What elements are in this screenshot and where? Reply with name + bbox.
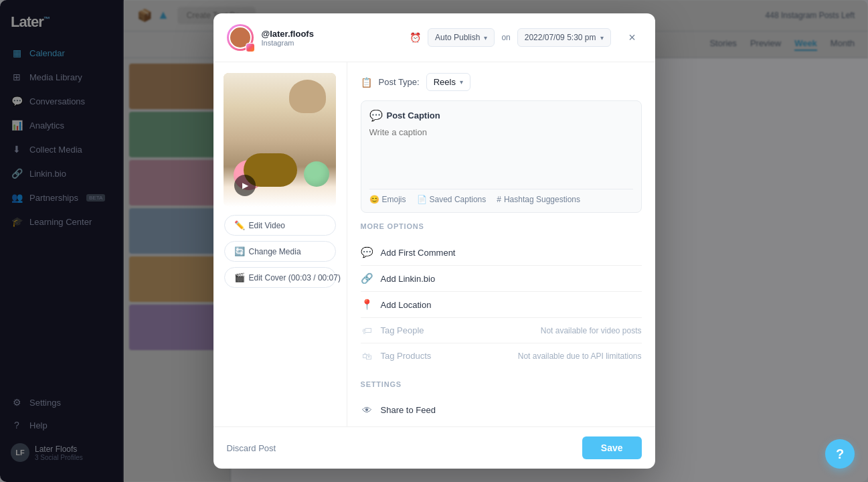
close-button[interactable]: ×: [623, 28, 642, 47]
publish-type-label: Auto Publish: [435, 33, 480, 42]
tag-products-note: Not available due to API limitations: [518, 351, 642, 361]
instagram-badge: [246, 43, 255, 52]
caption-header: 💬 Post Caption: [369, 109, 633, 122]
tag-people-note: Not available for video posts: [541, 326, 642, 335]
publish-type-select[interactable]: Auto Publish ▾: [428, 28, 495, 47]
publish-chevron-icon: ▾: [484, 34, 487, 42]
datetime-label: 2022/07/09 5:30 pm: [525, 33, 596, 42]
emojis-label: Emojis: [382, 195, 406, 204]
hashtag-suggestions-button[interactable]: # Hashtag Suggestions: [497, 195, 580, 204]
header-controls: ⏰ Auto Publish ▾ on 2022/07/09 5:30 pm ▾…: [410, 28, 642, 47]
more-options-label: MORE OPTIONS: [361, 222, 642, 230]
change-media-icon: 🔄: [234, 246, 245, 256]
hashtag-label: Hashtag Suggestions: [504, 195, 580, 204]
emojis-button[interactable]: 😊 Emojis: [369, 195, 406, 204]
ball-green: [304, 161, 329, 187]
tag-people-label: Tag People: [381, 325, 424, 335]
add-first-comment-label: Add First Comment: [381, 248, 456, 258]
add-location-row[interactable]: 📍 Add Location: [361, 292, 642, 318]
datetime-chevron-icon: ▾: [600, 34, 604, 42]
options-list: 💬 Add First Comment 🔗 Add Linkin.bio 📍 A…: [361, 240, 642, 368]
saved-captions-label: Saved Captions: [430, 195, 487, 204]
on-label: on: [501, 33, 510, 42]
add-linkin-bio-label: Add Linkin.bio: [381, 274, 436, 284]
edit-cover-icon: 🎬: [234, 272, 245, 283]
change-media-label: Change Media: [249, 247, 301, 256]
hashtag-icon: #: [497, 195, 501, 204]
discard-button[interactable]: Discard Post: [227, 443, 276, 453]
caption-title: Post Caption: [387, 110, 440, 120]
action-buttons: ✏️ Edit Video 🔄 Change Media 🎬 Edit Cove…: [224, 215, 336, 288]
share-to-feed-row[interactable]: 👁 Share to Feed: [361, 398, 642, 422]
publish-icon: ⏰: [410, 32, 421, 43]
tag-people-row: 🏷 Tag People Not available for video pos…: [361, 318, 642, 343]
help-bubble[interactable]: ?: [825, 439, 855, 469]
caption-actions: 😊 Emojis 📄 Saved Captions # Hashtag Sugg…: [369, 189, 633, 204]
modal-footer: Discard Post Save: [213, 426, 655, 469]
tag-products-row: 🛍 Tag Products Not available due to API …: [361, 343, 642, 368]
modal-overlay: @later.floofs Instagram ⏰ Auto Publish ▾…: [0, 0, 868, 482]
edit-video-icon: ✏️: [234, 220, 245, 230]
add-first-comment-row[interactable]: 💬 Add First Comment: [361, 240, 642, 266]
caption-section: 💬 Post Caption 😊 Emojis 📄 Saved Captions: [361, 100, 642, 213]
emoji-icon: 😊: [369, 195, 379, 204]
share-to-feed-label: Share to Feed: [381, 405, 436, 415]
save-button[interactable]: Save: [582, 436, 642, 459]
post-type-chevron-icon: ▾: [460, 78, 463, 86]
play-button[interactable]: ▶: [234, 175, 256, 196]
dog-head: [289, 80, 326, 113]
caption-input[interactable]: [369, 127, 633, 181]
tag-products-label: Tag Products: [381, 351, 432, 361]
change-media-button[interactable]: 🔄 Change Media: [224, 241, 336, 262]
media-panel: ▶ ✏️ Edit Video 🔄 Change Media 🎬 Edit Co…: [213, 62, 347, 426]
tag-people-icon: 🏷: [361, 325, 374, 336]
post-type-icon: 📋: [361, 77, 372, 88]
share-feed-icon: 👁: [361, 404, 374, 416]
profile-platform: Instagram: [262, 39, 314, 47]
edit-cover-button[interactable]: 🎬 Edit Cover (00:03 / 00:07): [224, 267, 336, 288]
settings-label: SETTINGS: [361, 380, 642, 388]
post-type-row: 📋 Post Type: Reels ▾: [361, 73, 642, 91]
datetime-select[interactable]: 2022/07/09 5:30 pm ▾: [517, 28, 611, 47]
add-location-label: Add Location: [381, 300, 432, 310]
modal-header: @later.floofs Instagram ⏰ Auto Publish ▾…: [213, 13, 655, 62]
profile-info: @later.floofs Instagram: [262, 29, 314, 47]
right-panel: 📋 Post Type: Reels ▾ 💬 Post Caption: [347, 62, 655, 426]
edit-video-label: Edit Video: [249, 221, 286, 230]
post-type-select[interactable]: Reels ▾: [426, 73, 470, 91]
saved-captions-button[interactable]: 📄 Saved Captions: [417, 195, 487, 204]
first-comment-icon: 💬: [361, 246, 374, 258]
caption-icon: 💬: [369, 109, 383, 122]
linkin-bio-option-icon: 🔗: [361, 272, 374, 285]
edit-cover-label: Edit Cover (00:03 / 00:07): [249, 273, 341, 283]
add-linkin-bio-row[interactable]: 🔗 Add Linkin.bio: [361, 266, 642, 292]
post-type-value: Reels: [434, 77, 456, 87]
profile-picture: [227, 24, 254, 51]
modal-body: ▶ ✏️ Edit Video 🔄 Change Media 🎬 Edit Co…: [213, 62, 655, 426]
tag-products-icon: 🛍: [361, 350, 374, 362]
location-icon: 📍: [361, 299, 374, 311]
profile-handle: @later.floofs: [262, 29, 314, 39]
edit-video-button[interactable]: ✏️ Edit Video: [224, 215, 336, 236]
post-type-label: Post Type:: [379, 77, 420, 87]
post-modal: @later.floofs Instagram ⏰ Auto Publish ▾…: [213, 13, 655, 469]
saved-captions-icon: 📄: [417, 195, 427, 204]
video-preview[interactable]: ▶: [224, 73, 336, 207]
